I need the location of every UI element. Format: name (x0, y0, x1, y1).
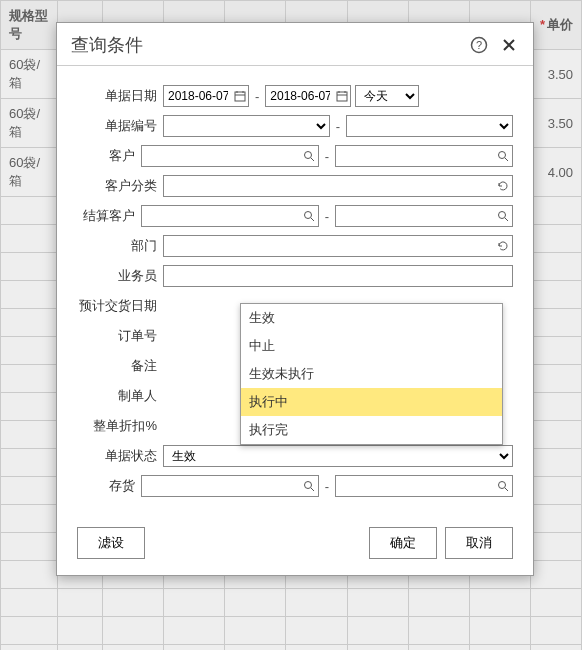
search-icon[interactable] (300, 210, 318, 222)
label-cust-class: 客户分类 (77, 177, 163, 195)
search-icon[interactable] (300, 480, 318, 492)
label-settle-cust: 结算客户 (77, 207, 141, 225)
label-salesman: 业务员 (77, 267, 163, 285)
inventory-from[interactable] (141, 475, 319, 497)
settle-cust-from[interactable] (141, 205, 319, 227)
label-customer: 客户 (77, 147, 141, 165)
inventory-to[interactable] (335, 475, 513, 497)
close-icon[interactable] (499, 35, 519, 55)
doc-no-to[interactable] (346, 115, 513, 137)
label-discount: 整单折扣% (77, 417, 163, 435)
date-to-input[interactable] (265, 85, 351, 107)
settle-cust-to[interactable] (335, 205, 513, 227)
dropdown-option[interactable]: 中止 (241, 332, 502, 360)
label-maker: 制单人 (77, 387, 163, 405)
filter-button[interactable]: 滤设 (77, 527, 145, 559)
label-doc-no: 单据编号 (77, 117, 163, 135)
refresh-icon[interactable] (494, 180, 512, 192)
label-expect-date: 预计交货日期 (77, 297, 163, 315)
label-status: 单据状态 (77, 447, 163, 465)
date-from-input[interactable] (163, 85, 249, 107)
query-dialog: 查询条件 ? 单据日期 - 今天 (56, 22, 534, 576)
dept-input[interactable] (163, 235, 513, 257)
svg-point-6 (304, 212, 311, 219)
dropdown-option[interactable]: 生效 (241, 304, 502, 332)
status-select[interactable]: 生效 (163, 445, 513, 467)
svg-point-4 (304, 152, 311, 159)
svg-rect-3 (337, 92, 347, 101)
label-dept: 部门 (77, 237, 163, 255)
separator: - (253, 89, 261, 104)
ok-button[interactable]: 确定 (369, 527, 437, 559)
svg-point-7 (499, 212, 506, 219)
cancel-button[interactable]: 取消 (445, 527, 513, 559)
cust-class-input[interactable] (163, 175, 513, 197)
help-icon[interactable]: ? (469, 35, 489, 55)
salesman-input[interactable] (163, 265, 513, 287)
label-doc-date: 单据日期 (77, 87, 163, 105)
label-remark: 备注 (77, 357, 163, 375)
date-preset-select[interactable]: 今天 (355, 85, 419, 107)
calendar-icon[interactable] (334, 90, 350, 102)
label-order-no: 订单号 (77, 327, 163, 345)
svg-point-5 (499, 152, 506, 159)
svg-rect-2 (235, 92, 245, 101)
label-inventory: 存货 (77, 477, 141, 495)
refresh-icon[interactable] (494, 240, 512, 252)
calendar-icon[interactable] (232, 90, 248, 102)
search-icon[interactable] (494, 480, 512, 492)
search-icon[interactable] (300, 150, 318, 162)
search-icon[interactable] (494, 210, 512, 222)
svg-point-8 (304, 482, 311, 489)
svg-text:?: ? (476, 39, 482, 51)
svg-point-9 (499, 482, 506, 489)
dropdown-option[interactable]: 执行中 (241, 388, 502, 416)
dropdown-option[interactable]: 执行完 (241, 416, 502, 444)
customer-to[interactable] (335, 145, 513, 167)
dialog-title: 查询条件 (71, 33, 459, 57)
doc-no-from[interactable] (163, 115, 330, 137)
dropdown-option[interactable]: 生效未执行 (241, 360, 502, 388)
status-dropdown[interactable]: 生效中止生效未执行执行中执行完 (240, 303, 503, 445)
customer-from[interactable] (141, 145, 319, 167)
search-icon[interactable] (494, 150, 512, 162)
